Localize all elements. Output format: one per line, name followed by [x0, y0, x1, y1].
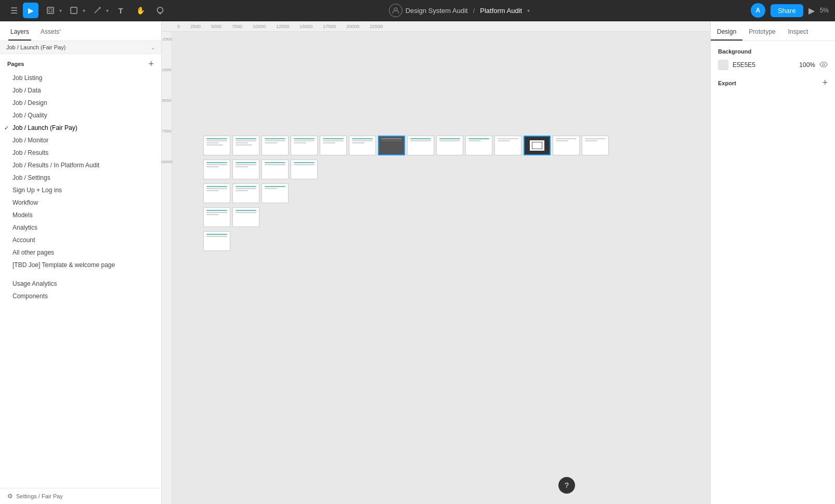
assets-dot: •	[59, 28, 61, 32]
frame-row-4	[203, 207, 609, 227]
ruler-mark-20000: 20000	[346, 24, 359, 29]
tab-inspect[interactable]: Inspect	[782, 28, 815, 41]
pages-header: Pages +	[0, 54, 161, 72]
frame-row-5	[203, 231, 609, 251]
page-item-sign-up[interactable]: Sign Up + Log ins	[0, 184, 161, 196]
ruler-mark-2500: 2500	[190, 24, 201, 29]
frame-thumb-2-4[interactable]	[291, 160, 318, 179]
tab-prototype[interactable]: Prototype	[742, 28, 781, 41]
ruler-mark-7500: 7500	[232, 24, 242, 29]
frame-thumb-1-14[interactable]	[582, 136, 609, 155]
page-item-job-data[interactable]: Job / Data	[0, 84, 161, 97]
v-ruler-5000: 5000	[162, 98, 172, 103]
pen-tool[interactable]	[89, 3, 105, 18]
page-item-job-monitor[interactable]: Job / Monitor	[0, 134, 161, 147]
frames-container	[203, 136, 609, 255]
opacity-value[interactable]: 100%	[799, 61, 815, 69]
ruler-left: -2500 2500 5000 7500 10000	[162, 32, 172, 504]
frame-thumb-1-8[interactable]	[407, 136, 434, 155]
frame-thumb-1-7[interactable]	[378, 136, 405, 155]
page-item-other-pages[interactable]: All other pages	[0, 246, 161, 259]
svg-point-3	[99, 7, 101, 9]
shape-tool-chevron[interactable]: ▾	[83, 8, 85, 14]
background-title: Background	[718, 48, 828, 55]
zoom-level[interactable]: 5%	[820, 7, 829, 14]
frame-thumb-5-1[interactable]	[203, 231, 230, 251]
frame-thumb-1-13[interactable]	[553, 136, 580, 155]
breadcrumb-separator: /	[473, 7, 475, 15]
right-panel: Design Prototype Inspect Background E5E5…	[710, 21, 835, 504]
page-item-analytics[interactable]: Analytics	[0, 221, 161, 234]
page-item-models[interactable]: Models	[0, 209, 161, 221]
frame-thumb-4-2[interactable]	[232, 207, 259, 227]
left-panel: Layers Assets• Job / Launch (Fair Pay) ⌄…	[0, 21, 162, 504]
page-item-workflow[interactable]: Workflow	[0, 196, 161, 209]
gear-icon: ⚙	[7, 493, 13, 500]
right-content: Background E5E5E5 100% Export +	[711, 41, 835, 504]
visibility-button[interactable]	[819, 61, 828, 69]
frame-thumb-1-2[interactable]	[232, 136, 259, 155]
pages-title: Pages	[7, 61, 24, 67]
frame-thumb-1-9[interactable]	[436, 136, 463, 155]
breadcrumb-page[interactable]: Platform Audit	[480, 7, 522, 15]
frame-thumb-2-2[interactable]	[232, 160, 259, 179]
share-button[interactable]: Share	[771, 4, 803, 17]
export-add-button[interactable]: +	[822, 77, 828, 88]
ruler-mark-0: 0	[177, 24, 180, 29]
move-tool[interactable]: ▶	[23, 3, 38, 18]
frame-thumb-1-5[interactable]	[320, 136, 347, 155]
frame-thumb-1-12[interactable]	[524, 136, 551, 155]
help-button[interactable]: ?	[558, 477, 575, 494]
toolbar-center: Design System Audit / Platform Audit ▾	[389, 4, 530, 17]
menu-tool[interactable]: ☰	[6, 3, 22, 18]
text-tool[interactable]: T	[113, 3, 128, 18]
frame-thumb-3-2[interactable]	[232, 183, 259, 203]
frame-thumb-1-1[interactable]	[203, 136, 230, 155]
frame-thumb-1-3[interactable]	[262, 136, 289, 155]
pages-section: Pages + Job Listing Job / Data Job / Des…	[0, 54, 161, 488]
breadcrumb-chevron[interactable]: ▾	[527, 8, 530, 14]
color-swatch[interactable]	[718, 60, 728, 70]
frame-thumb-3-1[interactable]	[203, 183, 230, 203]
frame-thumb-2-1[interactable]	[203, 160, 230, 179]
shape-tool[interactable]	[66, 3, 82, 18]
page-item-usage-analytics[interactable]: Usage Analytics	[0, 277, 161, 290]
export-row: Export +	[718, 77, 828, 88]
frame-thumb-4-1[interactable]	[203, 207, 230, 227]
page-item-job-launch[interactable]: Job / Launch (Fair Pay)	[0, 122, 161, 134]
page-item-account[interactable]: Account	[0, 234, 161, 246]
comment-tool[interactable]	[152, 3, 168, 18]
frame-thumb-3-3[interactable]	[262, 183, 289, 203]
bottom-bar[interactable]: ⚙ Settings / Fair Pay	[0, 488, 161, 504]
page-item-job-design[interactable]: Job / Design	[0, 97, 161, 109]
frame-thumb-1-11[interactable]	[494, 136, 521, 155]
frame-thumb-1-4[interactable]	[291, 136, 318, 155]
page-item-job-listing[interactable]: Job Listing	[0, 72, 161, 84]
frame-thumb-1-6[interactable]	[349, 136, 376, 155]
canvas-area[interactable]: 0 2500 5000 7500 10000 12500 15000 17500…	[162, 21, 710, 504]
frame-row-3	[203, 183, 609, 203]
frame-thumb-2-3[interactable]	[262, 160, 289, 179]
add-page-button[interactable]: +	[148, 59, 154, 69]
tab-design[interactable]: Design	[711, 28, 742, 41]
hand-tool[interactable]: ✋	[133, 3, 148, 18]
tab-assets[interactable]: Assets•	[38, 28, 63, 41]
current-frame-bar[interactable]: Job / Launch (Fair Pay) ⌄	[0, 41, 161, 54]
v-ruler-minus2500: -2500	[162, 37, 172, 42]
export-title: Export	[718, 80, 736, 86]
panel-tabs: Layers Assets•	[0, 21, 161, 41]
pen-tool-group: ▾	[89, 3, 109, 18]
page-item-tbd-joe[interactable]: [TBD Joe] Template & welcome page	[0, 259, 161, 271]
pen-tool-chevron[interactable]: ▾	[106, 8, 109, 14]
color-code[interactable]: E5E5E5	[733, 61, 795, 69]
page-item-job-results[interactable]: Job / Results	[0, 147, 161, 159]
page-item-job-results-platform[interactable]: Job / Results / In Platform Audit	[0, 159, 161, 171]
tab-layers[interactable]: Layers	[8, 28, 31, 41]
play-button[interactable]: ▶	[808, 6, 815, 16]
frame-thumb-1-10[interactable]	[465, 136, 492, 155]
page-item-job-quality[interactable]: Job / Quality	[0, 109, 161, 122]
page-item-job-settings[interactable]: Job / Settings	[0, 171, 161, 184]
frame-tool[interactable]	[43, 3, 58, 18]
page-item-components[interactable]: Components	[0, 290, 161, 302]
frame-tool-chevron[interactable]: ▾	[59, 8, 62, 14]
